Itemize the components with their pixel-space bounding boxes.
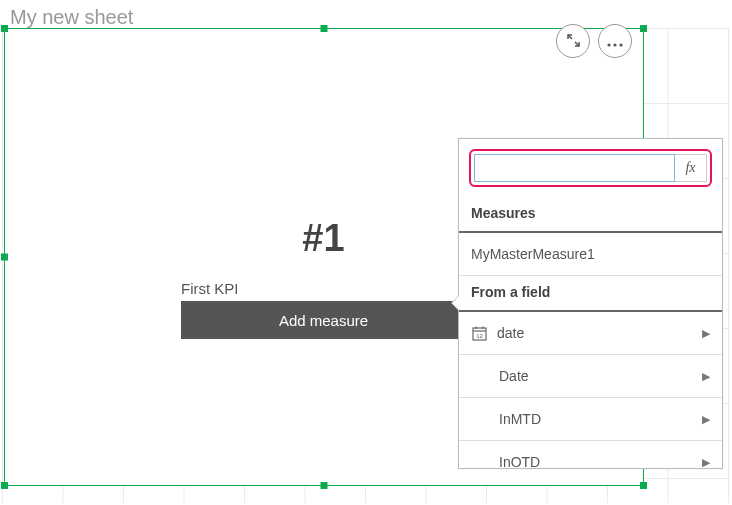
add-measure-button[interactable]: Add measure [181, 301, 466, 339]
field-label: InQTD [499, 454, 540, 467]
expand-icon [567, 33, 580, 50]
search-input[interactable] [474, 154, 675, 182]
object-action-buttons [556, 24, 632, 58]
measure-item[interactable]: MyMasterMeasure1 [459, 233, 722, 276]
field-item-date[interactable]: Date ▶ [459, 355, 722, 398]
svg-point-2 [619, 43, 622, 46]
kpi-label: First KPI [181, 280, 466, 297]
resize-handle[interactable] [321, 482, 328, 489]
field-label: date [497, 325, 524, 341]
popup-arrow [451, 295, 459, 311]
kpi-content: #1 First KPI Add measure [181, 217, 466, 339]
search-row-highlight: fx [469, 149, 712, 187]
resize-handle[interactable] [1, 25, 8, 32]
fullscreen-button[interactable] [556, 24, 590, 58]
section-from-field: From a field [459, 276, 722, 312]
chevron-right-icon: ▶ [702, 370, 710, 383]
field-item-inqtd[interactable]: InQTD ▶ [459, 441, 722, 467]
resize-handle[interactable] [640, 25, 647, 32]
expression-button[interactable]: fx [675, 154, 707, 182]
field-item-inmtd[interactable]: InMTD ▶ [459, 398, 722, 441]
field-label: InMTD [499, 411, 541, 427]
chevron-right-icon: ▶ [702, 413, 710, 426]
resize-handle[interactable] [1, 254, 8, 261]
more-button[interactable] [598, 24, 632, 58]
chevron-right-icon: ▶ [702, 456, 710, 468]
svg-text:12: 12 [476, 333, 483, 339]
field-group-date[interactable]: 12 date ▶ [459, 312, 722, 355]
svg-point-0 [607, 43, 610, 46]
section-measures: Measures [459, 197, 722, 233]
sheet-title: My new sheet [10, 6, 133, 29]
chevron-right-icon: ▶ [702, 327, 710, 340]
resize-handle[interactable] [1, 482, 8, 489]
resize-handle[interactable] [640, 482, 647, 489]
measure-list-scroll[interactable]: Measures MyMasterMeasure1 From a field 1… [459, 197, 722, 467]
resize-handle[interactable] [321, 25, 328, 32]
kpi-value: #1 [181, 217, 466, 260]
measure-label: MyMasterMeasure1 [471, 246, 595, 262]
dots-icon [607, 33, 623, 50]
svg-point-1 [613, 43, 616, 46]
field-label: Date [499, 368, 529, 384]
measure-picker-popup: fx Measures MyMasterMeasure1 From a fiel… [458, 138, 723, 469]
calendar-icon: 12 [471, 325, 487, 341]
